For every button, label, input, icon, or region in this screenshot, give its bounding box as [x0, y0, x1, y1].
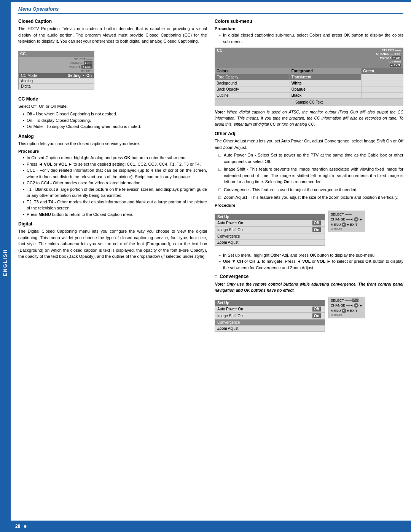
procedure2-heading: Procedure: [215, 203, 403, 208]
convergence-label2: Convergence: [217, 320, 321, 324]
convergence-square: □: [215, 274, 217, 279]
back-opacity-value: Opaque: [290, 86, 362, 93]
analog-heading: Analog: [18, 134, 207, 139]
other-adj-list: Auto Power On - Select Set to power up t…: [215, 152, 403, 201]
proc1-item-4: CC2 to CC4 - Other modes used for video …: [24, 180, 207, 186]
convergence-note-label: Note:: [215, 282, 225, 286]
cc-mode-intro: Select Off, On or On Mute.: [18, 103, 207, 110]
digital-heading: Digital: [18, 221, 207, 227]
colors-proc-item: In digital closed captioning sub-menu, s…: [220, 32, 403, 45]
colors-note: Note: When digital caption is used on AT…: [215, 109, 403, 127]
closed-caption-intro: The HDTV Projection Television includes …: [18, 26, 207, 45]
auto-power-item: Auto Power On - Select Set to power up t…: [218, 152, 403, 165]
menu-text2: MENU: [331, 309, 341, 313]
outline-value: Black: [290, 93, 362, 99]
ok-btn2: OK: [352, 299, 358, 302]
col-colors: Colors: [215, 68, 290, 74]
col-foreground: Foreground: [290, 68, 362, 74]
exit-text: ● EXIT: [347, 223, 358, 227]
digital-row: Digital: [19, 84, 94, 89]
table-row-back-opacity: Back Opacity Opaque: [215, 86, 403, 93]
page-number: 28: [15, 524, 20, 529]
proc1-item-6: T2, T3 and T4 - Other modes that display…: [24, 199, 207, 211]
cc-mode-item-2: On - To display Closed Captioning.: [24, 117, 207, 124]
col-green: Green: [362, 68, 403, 74]
cc-mode-item-1: Off - Use when Closed Captioning is not …: [24, 111, 207, 117]
to-return-text: to return: [331, 227, 363, 230]
convergence-note-text: Only use the remote control buttons whil…: [215, 282, 403, 292]
other-adj-heading: Other Adj.: [215, 131, 403, 136]
select-label: SELECT ——: [74, 58, 92, 61]
zoom-adjust-label2: Zoom Adjust: [217, 326, 321, 331]
select-text2: SELECT ——: [331, 299, 352, 302]
page-title: Menu Operations: [18, 6, 403, 14]
setup-menu1-header: Set Up: [215, 214, 325, 220]
zoom-adjust-item: Zoom Adjust - This feature lets you adju…: [218, 194, 403, 201]
image-shift-label: Image Shift On: [217, 228, 312, 232]
convergence-label: Convergence: [217, 234, 321, 238]
colors-submenu-heading: Colors sub-menu: [215, 19, 403, 24]
sample-cc-text: Sample CC Text: [215, 99, 403, 106]
fore-opacity-value: Translucent: [290, 74, 362, 80]
colors-procedure-list: In digital closed captioning sub-menu, s…: [215, 32, 403, 45]
zoom-adjust-row2: Zoom Adjust: [215, 326, 325, 332]
analog-row: Analog: [19, 78, 94, 84]
two-column-layout: Closed Caption The HDTV Projection Telev…: [18, 19, 403, 338]
note-label: Note:: [215, 110, 225, 114]
colors-table-container: CC SELECT —— CHANGE —◄●► MENU ● ● OK to …: [215, 48, 403, 106]
closed-caption-heading: Closed Caption: [18, 19, 207, 24]
controls-panel-2: SELECT —— OK CHANGE —◄ ● ► MENU ● ● EXIT…: [328, 297, 365, 318]
proc1-item-3: CC1 - For video related information that…: [24, 167, 207, 180]
select-text: SELECT ——: [331, 212, 352, 216]
circle-btn-4[interactable]: ●: [342, 308, 346, 313]
convergence-row: Convergence: [215, 233, 325, 240]
convergence-item: Convergence - This feature is used to ad…: [218, 187, 403, 193]
right-column: Colors sub-menu Procedure In digital clo…: [215, 19, 403, 338]
change-text-right2: ►: [359, 304, 363, 307]
setup-menu2-wrapper: Set Up Auto Power On Off Image Shift On …: [215, 297, 403, 335]
auto-power-on-label2: Auto Power On: [217, 307, 312, 311]
circle-btn-2[interactable]: ●: [342, 222, 346, 227]
main-content: Menu Operations Closed Caption The HDTV …: [11, 2, 411, 342]
back-opacity-label: Back Opacity: [215, 86, 290, 93]
procedure2-list: In Set up menu, highlight Other Adj. and…: [215, 252, 403, 271]
menu-label: MENU ●: [69, 65, 81, 69]
cc-mode-label: CC Mode: [21, 73, 68, 78]
image-shift-value2: On: [312, 313, 321, 318]
fore-opacity-label: Fore Opacity: [215, 74, 290, 80]
select-row2: SELECT —— OK: [331, 299, 363, 302]
to-return-text2: to return: [331, 313, 363, 316]
cc-mode-on: On: [86, 73, 92, 78]
ok-label: ● OK: [84, 61, 92, 65]
colors-table-wrapper: CC SELECT —— CHANGE —◄●► MENU ● ● OK to …: [215, 48, 403, 106]
image-shift-label2: Image Shift On: [217, 314, 312, 318]
circle-btn-3[interactable]: ●: [354, 303, 358, 308]
cc-mode-setting: Setting: [68, 73, 81, 78]
circle-btn-1[interactable]: ●: [354, 217, 358, 222]
note-text: When digital caption is used on ATSC, th…: [215, 110, 403, 126]
cc-mode-list: Off - Use when Closed Captioning is not …: [18, 111, 207, 130]
change-ctrl: CHANGE —◄●►: [376, 52, 401, 56]
select-row: SELECT ——: [331, 212, 363, 216]
procedure1-heading: Procedure: [18, 149, 207, 153]
change-text2: CHANGE —◄: [331, 304, 353, 307]
image-shift-row2: Image Shift On On: [215, 313, 325, 320]
ok-ctrl: ● OK: [392, 56, 401, 59]
proc2-item-2: Use ▼ CH or CH ▲ to navigate. Press ◄ VO…: [220, 258, 403, 271]
cc-menu-box: CC SELECT —— CHANGE ● OK: [18, 48, 207, 93]
menu-ctrl: MENU ●: [380, 56, 392, 59]
fore-opacity-col3: [362, 74, 403, 80]
setup-menu1-wrapper: Set Up Auto Power On Off Image Shift On …: [215, 211, 403, 249]
change-label: CHANGE: [70, 61, 83, 65]
outline-col3: [362, 93, 403, 99]
table-row-fore-opacity: Fore Opacity Translucent: [215, 74, 403, 80]
to-return-label: to return: [81, 69, 92, 72]
background-label: Background: [215, 80, 290, 86]
change-text-right: ►: [359, 217, 363, 221]
proc2-item-1: In Set up menu, highlight Other Adj. and…: [220, 252, 403, 259]
cc-mode-heading: CC Mode: [18, 96, 207, 102]
image-shift-row: Image Shift On On: [215, 227, 325, 233]
auto-power-on-row: Auto Power On Off: [215, 220, 325, 227]
auto-power-on-label: Auto Power On: [217, 221, 312, 225]
auto-power-on-value2: Off: [312, 307, 321, 312]
